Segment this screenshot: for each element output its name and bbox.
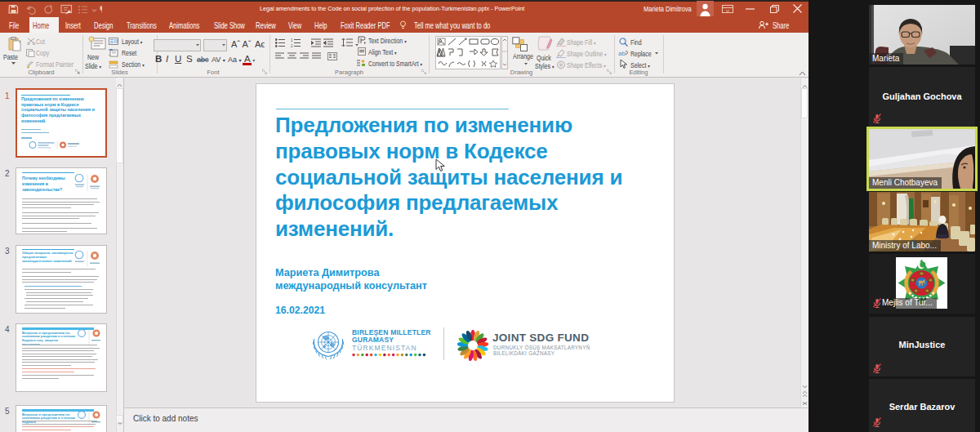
- svg-text:1: 1: [291, 38, 293, 42]
- svg-text:ab: ab: [618, 50, 626, 57]
- svg-text:2: 2: [291, 44, 293, 47]
